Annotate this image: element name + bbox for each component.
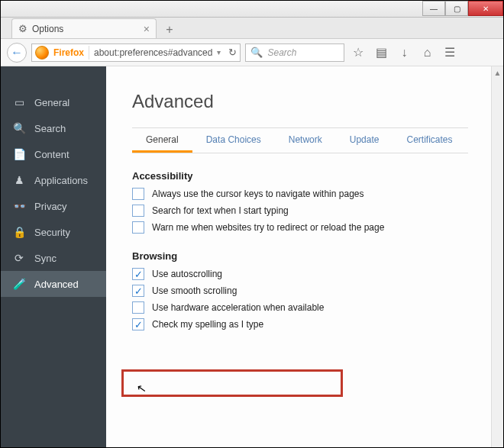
sidebar-item-label: Applications: [34, 175, 88, 186]
subtab-certificates[interactable]: Certificates: [393, 128, 466, 153]
page-title: Advanced: [132, 91, 503, 112]
sidebar-item-label: Search: [34, 123, 66, 134]
sidebar-item-content[interactable]: 📄 Content: [1, 141, 106, 167]
sidebar-item-applications[interactable]: ♟ Applications: [1, 167, 106, 193]
checkbox-label: Warn me when websites try to redirect or…: [152, 222, 384, 233]
sidebar-item-label: General: [34, 97, 69, 108]
window-maximize-button[interactable]: ▢: [445, 1, 468, 16]
sidebar-item-label: Advanced: [34, 279, 79, 290]
sidebar-item-sync[interactable]: ⟳ Sync: [1, 245, 106, 271]
advanced-icon: 🧪: [13, 278, 25, 290]
checkbox[interactable]: [132, 188, 144, 200]
menu-button[interactable]: ☰: [441, 44, 459, 62]
checkbox[interactable]: [132, 301, 144, 314]
subtab-update[interactable]: Update: [336, 128, 393, 153]
content-area: ▭ General 🔍 Search 📄 Content ♟ Applicati…: [1, 66, 503, 447]
window-titlebar: — ▢ ✕: [1, 1, 503, 18]
sidebar-item-security[interactable]: 🔒 Security: [1, 219, 106, 245]
identity-separator: [89, 46, 89, 60]
section-title-browsing: Browsing: [132, 250, 503, 262]
sidebar-item-label: Privacy: [34, 201, 67, 212]
search-icon: 🔍: [250, 47, 263, 58]
checkbox[interactable]: ✓: [132, 285, 144, 297]
sync-icon: ⟳: [13, 252, 25, 264]
back-button[interactable]: ←: [7, 43, 27, 63]
downloads-button[interactable]: ↓: [395, 44, 413, 62]
sidebar-item-label: Security: [34, 227, 70, 238]
checkbox-row-search-text[interactable]: Search for text when I start typing: [132, 205, 503, 217]
scroll-up-icon[interactable]: ▲: [492, 66, 503, 79]
content-icon: 📄: [13, 148, 25, 160]
checkbox-row-autoscrolling[interactable]: ✓ Use autoscrolling: [132, 268, 503, 280]
home-button[interactable]: ⌂: [418, 44, 436, 62]
window-close-button[interactable]: ✕: [468, 1, 503, 16]
subtab-data-choices[interactable]: Data Choices: [192, 128, 275, 153]
checkbox[interactable]: [132, 205, 144, 217]
checkbox-label: Always use the cursor keys to navigate w…: [152, 189, 363, 199]
bookmark-star-button[interactable]: ☆: [349, 44, 367, 62]
sidebar-item-advanced[interactable]: 🧪 Advanced: [1, 271, 106, 297]
checkbox[interactable]: [132, 221, 144, 234]
search-placeholder: Search: [267, 47, 296, 58]
section-title-accessibility: Accessibility: [132, 170, 503, 182]
vertical-scrollbar[interactable]: ▲: [491, 66, 503, 447]
checkbox[interactable]: ✓: [132, 318, 144, 330]
search-nav-icon: 🔍: [13, 122, 25, 134]
advanced-subtabs: General Data Choices Network Update Cert…: [132, 127, 468, 153]
sidebar-item-label: Content: [34, 149, 69, 160]
clipboard-button[interactable]: ▤: [372, 44, 390, 62]
window-minimize-button[interactable]: —: [422, 1, 445, 16]
sidebar-item-search[interactable]: 🔍 Search: [1, 115, 106, 141]
sidebar-item-label: Sync: [34, 253, 57, 264]
firefox-icon: [35, 46, 49, 60]
sidebar-item-general[interactable]: ▭ General: [1, 89, 106, 115]
checkbox-row-warn-redirect[interactable]: Warn me when websites try to redirect or…: [132, 221, 503, 234]
checkbox-label: Use smooth scrolling: [152, 285, 237, 296]
checkbox-row-smooth-scrolling[interactable]: ✓ Use smooth scrolling: [132, 285, 503, 297]
subtab-general[interactable]: General: [132, 128, 192, 153]
browser-tab-options[interactable]: ⚙ Options ×: [11, 18, 157, 38]
privacy-icon: 👓: [13, 200, 25, 212]
checkbox-label: Search for text when I start typing: [152, 205, 289, 216]
applications-icon: ♟: [13, 174, 25, 186]
gear-icon: ⚙: [18, 23, 27, 34]
checkbox-row-hardware-acceleration[interactable]: Use hardware acceleration when available: [132, 301, 503, 314]
search-bar[interactable]: 🔍 Search: [245, 44, 344, 62]
url-bar[interactable]: Firefox about:preferences#advanced ▾ ↻: [31, 44, 241, 62]
lock-icon: 🔒: [13, 226, 25, 238]
tab-title: Options: [32, 24, 63, 34]
checkbox-label: Use hardware acceleration when available: [152, 302, 324, 313]
subtab-network[interactable]: Network: [275, 128, 336, 153]
url-dropdown-icon[interactable]: ▾: [217, 48, 221, 56]
checkbox[interactable]: ✓: [132, 268, 144, 280]
checkbox-label: Use autoscrolling: [152, 269, 222, 279]
general-icon: ▭: [13, 96, 25, 108]
url-identity-label: Firefox: [53, 47, 84, 58]
browser-toolbar: ← Firefox about:preferences#advanced ▾ ↻…: [1, 39, 503, 66]
browser-tabstrip: ⚙ Options × +: [1, 18, 503, 39]
reload-icon[interactable]: ↻: [228, 47, 237, 58]
checkbox-row-cursor-keys[interactable]: Always use the cursor keys to navigate w…: [132, 188, 503, 200]
new-tab-button[interactable]: +: [161, 21, 178, 38]
preferences-pane: Advanced General Data Choices Network Up…: [106, 66, 503, 447]
checkbox-label: Check my spelling as I type: [152, 319, 263, 330]
checkbox-row-spell-check[interactable]: ✓ Check my spelling as I type: [132, 318, 503, 330]
sidebar-item-privacy[interactable]: 👓 Privacy: [1, 193, 106, 219]
preferences-sidebar: ▭ General 🔍 Search 📄 Content ♟ Applicati…: [1, 66, 106, 447]
tab-close-icon[interactable]: ×: [144, 23, 150, 35]
url-text: about:preferences#advanced: [94, 47, 212, 58]
